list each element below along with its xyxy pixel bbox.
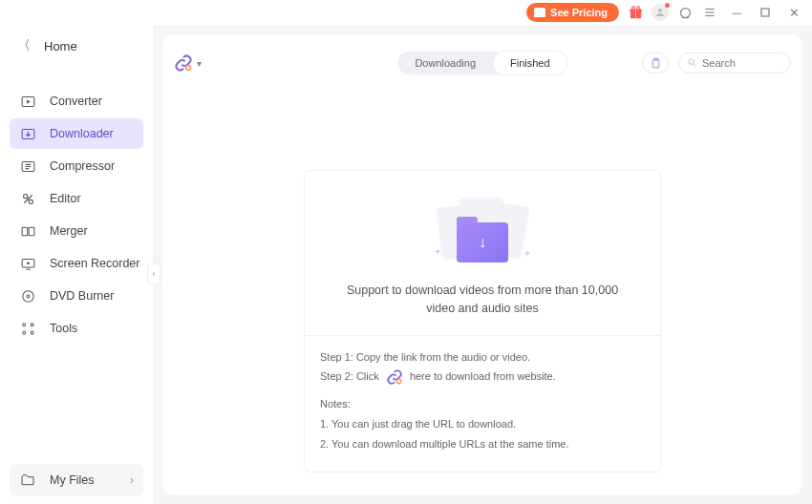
titlebar: See Pricing ─ ✕	[0, 0, 812, 25]
sidebar-item-downloader[interactable]: Downloader	[10, 118, 143, 149]
content-card: ▾ Downloading Finished	[162, 34, 802, 494]
sidebar-item-editor[interactable]: Editor	[10, 183, 143, 214]
sidebar-item-merger[interactable]: Merger	[10, 216, 143, 246]
search-input[interactable]	[702, 57, 782, 69]
compressor-icon	[19, 158, 36, 175]
nav-label: Converter	[50, 94, 102, 108]
editor-icon	[19, 190, 36, 207]
gift-icon[interactable]	[627, 4, 644, 21]
svg-rect-10	[761, 9, 769, 16]
svg-point-6	[680, 8, 690, 17]
svg-point-25	[22, 331, 25, 334]
downloader-icon	[19, 125, 36, 142]
nav-label: Compressor	[50, 159, 115, 173]
close-button[interactable]: ✕	[783, 2, 804, 23]
support-icon[interactable]	[676, 4, 694, 21]
tab-finished[interactable]: Finished	[493, 52, 567, 74]
nav-label: DVD Burner	[50, 289, 114, 303]
account-icon[interactable]	[652, 4, 669, 21]
home-button[interactable]: 〈 Home	[0, 27, 153, 65]
maximize-button[interactable]	[755, 2, 776, 23]
sidebar-item-tools[interactable]: Tools	[10, 313, 143, 344]
search-box[interactable]	[678, 52, 791, 74]
nav-label: Tools	[50, 322, 77, 335]
sidebar: 〈 Home Converter Downloader Compressor E…	[0, 25, 153, 504]
svg-point-23	[22, 323, 25, 326]
svg-line-31	[694, 63, 695, 65]
download-folder-icon: ↓	[457, 222, 508, 262]
step-1: Step 1: Copy the link from the audio or …	[320, 347, 645, 368]
tools-icon	[19, 320, 36, 337]
sidebar-item-dvd-burner[interactable]: DVD Burner	[10, 281, 143, 311]
instructions: Step 1: Copy the link from the audio or …	[305, 335, 660, 472]
empty-state-panel: ↓ ✦✦ Support to download videos from mor…	[304, 170, 661, 472]
svg-point-4	[636, 6, 639, 9]
topbar: ▾ Downloading Finished	[174, 44, 791, 82]
svg-point-30	[689, 58, 694, 64]
tabs: Downloading Finished	[397, 52, 566, 74]
note-1: 1. You can just drag the URL to download…	[320, 414, 645, 434]
add-url-button[interactable]: ▾	[174, 53, 202, 73]
my-files-label: My Files	[50, 473, 95, 487]
tab-downloading[interactable]: Downloading	[397, 52, 493, 74]
step-2: Step 2: Click here to download from webs…	[320, 367, 645, 387]
chevron-down-icon: ▾	[197, 58, 202, 69]
nav-label: Downloader	[50, 127, 114, 140]
paste-button[interactable]	[642, 52, 669, 74]
sidebar-item-compressor[interactable]: Compressor	[10, 151, 143, 181]
menu-icon[interactable]	[701, 4, 718, 21]
converter-icon	[19, 93, 36, 110]
sidebar-collapse-handle[interactable]: ‹	[147, 263, 160, 284]
support-text: Support to download videos from more tha…	[322, 282, 643, 318]
svg-rect-17	[22, 227, 28, 236]
nav-label: Screen Recorder	[50, 257, 140, 270]
svg-point-20	[27, 262, 30, 264]
see-pricing-button[interactable]: See Pricing	[526, 3, 619, 22]
merger-icon	[19, 222, 36, 240]
chevron-right-icon: ›	[130, 473, 134, 487]
svg-point-3	[631, 6, 634, 9]
link-plus-icon	[386, 368, 403, 386]
svg-point-24	[31, 323, 33, 326]
svg-rect-18	[29, 227, 34, 236]
cart-icon	[534, 8, 545, 17]
empty-illustration: ↓ ✦✦	[322, 192, 643, 268]
pricing-label: See Pricing	[550, 7, 608, 18]
home-label: Home	[44, 39, 77, 53]
svg-point-5	[658, 9, 662, 12]
svg-point-21	[22, 290, 32, 301]
svg-marker-12	[27, 99, 31, 103]
folder-icon	[19, 472, 36, 489]
search-icon	[687, 57, 697, 70]
sidebar-item-screen-recorder[interactable]: Screen Recorder	[10, 248, 143, 279]
main-area: ▾ Downloading Finished	[153, 25, 812, 504]
back-icon: 〈	[17, 37, 31, 54]
sidebar-item-converter[interactable]: Converter	[10, 86, 143, 116]
minimize-button[interactable]: ─	[726, 2, 747, 23]
notes-label: Notes:	[320, 394, 645, 414]
note-2: 2. You can download multiple URLs at the…	[320, 434, 645, 454]
screen-recorder-icon	[19, 255, 36, 272]
link-plus-icon	[174, 53, 193, 73]
svg-point-22	[27, 295, 30, 298]
nav-label: Editor	[50, 192, 81, 205]
svg-point-26	[31, 331, 33, 334]
nav-label: Merger	[50, 224, 88, 238]
nav-list: Converter Downloader Compressor Editor M…	[0, 84, 153, 456]
my-files-button[interactable]: My Files ›	[10, 464, 143, 496]
svg-rect-2	[634, 9, 635, 17]
dvd-burner-icon	[19, 287, 36, 304]
